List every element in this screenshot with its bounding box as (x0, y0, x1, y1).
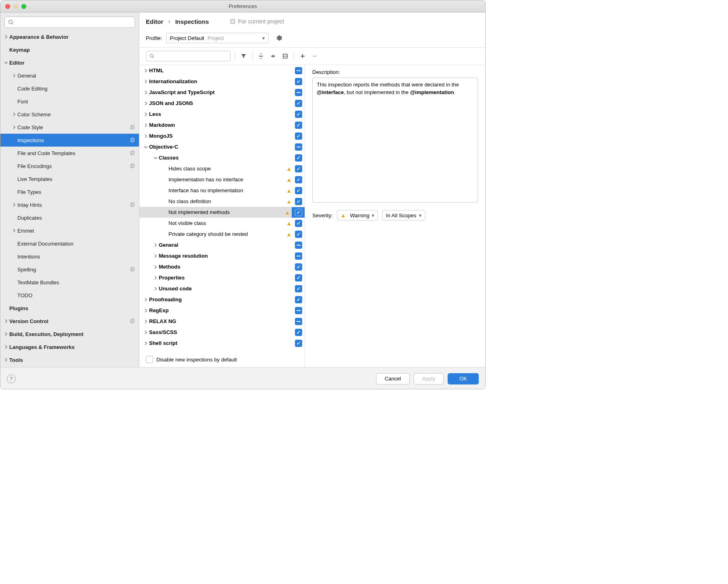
inspection-checkbox[interactable] (295, 296, 302, 303)
expand-all-icon[interactable] (257, 52, 265, 61)
sidebar-item-intentions[interactable]: Intentions (0, 250, 139, 263)
inspection-row[interactable]: Sass/SCSS (139, 327, 305, 338)
sidebar-item-font[interactable]: Font (0, 95, 139, 108)
inspection-checkbox[interactable] (295, 242, 302, 249)
breadcrumb-root[interactable]: Editor (146, 18, 163, 25)
inspection-checkbox[interactable] (295, 100, 302, 107)
profile-select[interactable]: Project Default Project ▾ (166, 33, 269, 43)
inspection-row[interactable]: Properties (139, 272, 305, 283)
add-icon[interactable] (298, 52, 307, 61)
inspection-tree[interactable]: HTMLInternationalizationJavaScript and T… (139, 65, 305, 367)
collapse-all-icon[interactable] (269, 52, 278, 61)
inspection-checkbox[interactable] (295, 122, 302, 129)
help-icon[interactable]: ? (7, 374, 16, 383)
sidebar-item-todo[interactable]: TODO (0, 289, 139, 302)
svg-point-18 (150, 54, 153, 57)
sidebar-item-version-control[interactable]: Version Control (0, 315, 139, 328)
inspection-checkbox[interactable] (295, 154, 302, 162)
sidebar-item-languages-frameworks[interactable]: Languages & Frameworks (0, 340, 139, 353)
inspection-row[interactable]: Hides class scope▲ (139, 163, 305, 174)
severity-select[interactable]: ▲ Warning ▾ (337, 210, 379, 221)
inspection-checkbox[interactable] (295, 111, 302, 118)
inspection-checkbox[interactable] (295, 165, 302, 172)
inspection-row[interactable]: JSON and JSON5 (139, 98, 305, 109)
inspection-row[interactable]: General (139, 239, 305, 250)
svg-line-19 (153, 57, 154, 58)
inspection-checkbox[interactable] (295, 274, 302, 281)
sidebar-item-code-editing[interactable]: Code Editing (0, 82, 139, 95)
sidebar-item-code-style[interactable]: Code Style (0, 121, 139, 134)
sidebar-item-tools[interactable]: Tools (0, 353, 139, 366)
sidebar-item-build-execution-deployment[interactable]: Build, Execution, Deployment (0, 328, 139, 340)
cancel-button[interactable]: Cancel (376, 373, 409, 384)
sidebar-item-textmate-bundles[interactable]: TextMate Bundles (0, 276, 139, 289)
sidebar-item-color-scheme[interactable]: Color Scheme (0, 108, 139, 121)
inspection-row[interactable]: Interface has no implementation▲ (139, 185, 305, 196)
sidebar-item-duplicates[interactable]: Duplicates (0, 211, 139, 224)
inspection-row[interactable]: Private category should be nested▲ (139, 229, 305, 239)
inspection-row[interactable]: Message resolution (139, 250, 305, 261)
inspection-checkbox[interactable] (295, 307, 302, 314)
inspection-checkbox[interactable] (295, 231, 302, 238)
inspection-row[interactable]: JavaScript and TypeScript (139, 87, 305, 98)
sidebar-item-appearance-behavior[interactable]: Appearance & Behavior (0, 30, 139, 43)
sidebar-item-external-documentation[interactable]: External Documentation (0, 237, 139, 250)
sidebar-item-inspections[interactable]: Inspections (0, 134, 139, 147)
sidebar-tree[interactable]: Appearance & BehaviorKeymapEditorGeneral… (0, 30, 139, 367)
sidebar-item-file-and-code-templates[interactable]: File and Code Templates (0, 147, 139, 160)
inspection-checkbox[interactable] (295, 67, 302, 74)
inspection-checkbox[interactable] (295, 78, 302, 85)
inspection-row[interactable]: Not implemented methods▲ (139, 207, 305, 218)
inspection-checkbox[interactable] (295, 143, 302, 151)
inspection-row[interactable]: RegExp (139, 305, 305, 316)
inspection-row[interactable]: RELAX NG (139, 316, 305, 327)
inspection-checkbox[interactable] (295, 318, 302, 325)
sidebar-item-plugins[interactable]: Plugins (0, 302, 139, 315)
inspection-row[interactable]: Methods (139, 261, 305, 272)
sidebar-item-keymap[interactable]: Keymap (0, 43, 139, 56)
inspection-row[interactable]: Proofreading (139, 294, 305, 305)
inspection-checkbox[interactable] (295, 176, 302, 183)
remove-icon[interactable] (310, 52, 319, 61)
sidebar-item-editor[interactable]: Editor (0, 56, 139, 69)
inspection-row[interactable]: Shell script (139, 338, 305, 349)
sidebar-item-live-templates[interactable]: Live Templates (0, 172, 139, 185)
sidebar-item-inlay-hints[interactable]: Inlay Hints (0, 198, 139, 211)
scope-select[interactable]: In All Scopes ▾ (382, 210, 425, 221)
apply-button[interactable]: Apply (414, 373, 444, 384)
inspection-row[interactable]: No class definition▲ (139, 196, 305, 207)
ok-button[interactable]: OK (448, 373, 479, 384)
inspection-row[interactable]: Markdown (139, 120, 305, 130)
inspection-search-input[interactable] (146, 51, 231, 61)
inspection-row[interactable]: Unused code (139, 283, 305, 294)
inspection-row[interactable]: Not visible class▲ (139, 218, 305, 229)
sidebar-item-file-types[interactable]: File Types (0, 185, 139, 198)
sidebar-item-file-encodings[interactable]: File Encodings (0, 160, 139, 172)
sidebar-item-emmet[interactable]: Emmet (0, 224, 139, 237)
inspection-row[interactable]: MongoJS (139, 130, 305, 141)
inspection-row[interactable]: Implementation has no interface▲ (139, 174, 305, 185)
inspection-checkbox[interactable] (295, 198, 302, 205)
filter-icon[interactable] (239, 52, 248, 61)
inspection-checkbox[interactable] (295, 329, 302, 336)
inspection-row[interactable]: HTML (139, 65, 305, 76)
inspection-row[interactable]: Classes (139, 152, 305, 163)
inspection-checkbox[interactable] (295, 340, 302, 347)
inspection-checkbox[interactable] (295, 89, 302, 96)
inspection-checkbox[interactable] (295, 252, 302, 260)
disable-default-checkbox[interactable] (146, 356, 153, 363)
inspection-checkbox[interactable] (295, 220, 302, 227)
inspection-checkbox[interactable] (295, 132, 302, 140)
inspection-row[interactable]: Less (139, 109, 305, 120)
inspection-row[interactable]: Internationalization (139, 76, 305, 87)
gear-icon[interactable] (275, 34, 282, 42)
reset-icon[interactable] (281, 52, 290, 61)
inspection-checkbox[interactable] (295, 285, 302, 292)
sidebar-item-general[interactable]: General (0, 69, 139, 82)
inspection-checkbox[interactable] (295, 187, 302, 194)
sidebar-search-input[interactable] (4, 17, 135, 28)
inspection-checkbox[interactable] (295, 263, 302, 271)
sidebar-item-spelling[interactable]: Spelling (0, 263, 139, 276)
inspection-checkbox[interactable] (295, 209, 302, 216)
inspection-row[interactable]: Objective-C (139, 141, 305, 152)
